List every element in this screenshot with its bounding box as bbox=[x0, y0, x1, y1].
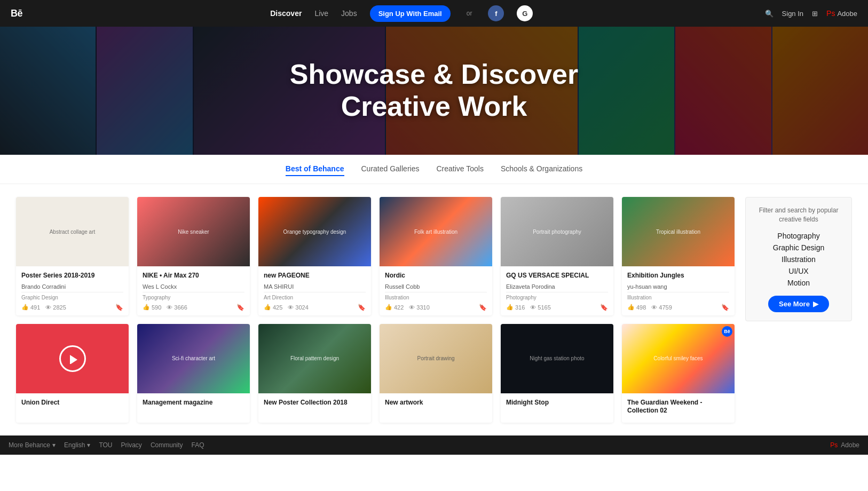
tab-creative-tools[interactable]: Creative Tools bbox=[436, 164, 483, 176]
signin-link[interactable]: Sign In bbox=[782, 10, 803, 18]
card-title-1: Poster Series 2018-2019 bbox=[21, 272, 123, 280]
sidebar-link-graphic-design[interactable]: Graphic Design bbox=[754, 243, 843, 252]
card-nike[interactable]: Nike sneaker NIKE • Air Max 270 Wes L Co… bbox=[137, 197, 250, 315]
signup-button[interactable]: Sign Up With Email bbox=[370, 5, 451, 22]
sidebar: Filter and search by popular creative fi… bbox=[745, 197, 852, 423]
or-label: or bbox=[467, 10, 472, 17]
card-category-6: Illustration bbox=[627, 295, 729, 300]
footer-tou-link[interactable]: TOU bbox=[99, 441, 112, 449]
more-behance-dropdown[interactable]: More Behance ▾ bbox=[9, 441, 56, 449]
sidebar-filter-panel: Filter and search by popular creative fi… bbox=[745, 197, 852, 321]
sidebar-link-photography[interactable]: Photography bbox=[754, 232, 843, 240]
tab-schools-organizations[interactable]: Schools & Organizations bbox=[501, 164, 582, 176]
footer-community-link[interactable]: Community bbox=[151, 441, 183, 449]
card-author-3: MA SHIRUI bbox=[264, 283, 366, 290]
card-title-12: The Guardian Weekend - Collection 02 bbox=[627, 399, 729, 415]
card-new-artwork[interactable]: Portrait drawing New artwork bbox=[380, 324, 492, 423]
card-image-10: Portrait drawing bbox=[380, 324, 492, 393]
language-label: English bbox=[64, 441, 85, 449]
card-author-2: Wes L Cockx bbox=[143, 283, 244, 290]
see-more-button[interactable]: See More ▶ bbox=[768, 296, 829, 312]
card-poster-series[interactable]: Abstract collage art Poster Series 2018-… bbox=[16, 197, 129, 315]
card-author-6: yu-hsuan wang bbox=[627, 283, 729, 290]
card-title-6: Exhibition Jungles bbox=[627, 272, 729, 280]
sidebar-link-uiux[interactable]: UI/UX bbox=[754, 267, 843, 275]
see-more-label: See More bbox=[779, 300, 810, 308]
card-category-4: Illustration bbox=[385, 295, 487, 300]
card-image-9: Floral pattern design bbox=[258, 324, 371, 393]
card-title-11: Midnight Stop bbox=[506, 399, 608, 407]
card-title-10: New artwork bbox=[385, 399, 487, 407]
bookmark-icon-3[interactable]: 🔖 bbox=[358, 304, 366, 311]
card-author-1: Brando Corradini bbox=[21, 283, 123, 290]
adobe-icon: Ps bbox=[826, 9, 835, 18]
google-login-button[interactable]: G bbox=[517, 5, 533, 21]
card-image-11: Night gas station photo bbox=[501, 324, 613, 393]
bookmark-icon-5[interactable]: 🔖 bbox=[600, 304, 608, 311]
card-title-8: Management magazine bbox=[143, 399, 244, 407]
bookmark-icon-2[interactable]: 🔖 bbox=[236, 304, 244, 311]
footer-faq-link[interactable]: FAQ bbox=[192, 441, 204, 449]
play-icon bbox=[59, 345, 86, 372]
card-title-3: new PAGEONE bbox=[264, 272, 366, 280]
card-title-4: Nordic bbox=[385, 272, 487, 280]
footer-left: More Behance ▾ English ▾ TOU Privacy Com… bbox=[9, 441, 204, 449]
grid-row-1: Abstract collage art Poster Series 2018-… bbox=[16, 197, 735, 315]
sidebar-links: Photography Graphic Design Illustration … bbox=[754, 232, 843, 287]
card-category-5: Photography bbox=[506, 295, 608, 300]
card-pageone[interactable]: Orange typography design new PAGEONE MA … bbox=[258, 197, 371, 315]
card-image-8: Sci-fi character art bbox=[137, 324, 250, 393]
adobe-logo: Ps Adobe bbox=[826, 9, 857, 18]
tabs-bar: Best of Behance Curated Galleries Creati… bbox=[0, 155, 868, 184]
sidebar-link-illustration[interactable]: Illustration bbox=[754, 255, 843, 264]
hero-title-line1: Showcase & Discover bbox=[290, 59, 578, 91]
footer: More Behance ▾ English ▾ TOU Privacy Com… bbox=[0, 435, 868, 455]
adobe-footer-icon: Ps bbox=[830, 441, 838, 449]
logo[interactable]: Bē bbox=[11, 8, 22, 19]
grid-icon[interactable]: ⊞ bbox=[812, 10, 818, 18]
facebook-login-button[interactable]: f bbox=[488, 5, 504, 21]
card-exhibition-jungles[interactable]: Tropical illustration Exhibition Jungles… bbox=[622, 197, 735, 315]
navbar-right: 🔍 Sign In ⊞ Ps Adobe bbox=[765, 9, 857, 18]
card-new-poster-collection[interactable]: Floral pattern design New Poster Collect… bbox=[258, 324, 371, 423]
tab-best-of-behance[interactable]: Best of Behance bbox=[286, 164, 344, 176]
footer-right: Ps Adobe bbox=[830, 441, 859, 449]
language-chevron-icon: ▾ bbox=[87, 441, 90, 449]
card-category-2: Typography bbox=[143, 295, 244, 300]
more-behance-label: More Behance bbox=[9, 441, 50, 449]
card-guardian-weekend[interactable]: Colorful smiley faces Bē The Guardian We… bbox=[622, 324, 735, 423]
bookmark-icon-1[interactable]: 🔖 bbox=[115, 304, 123, 311]
hero-section: Showcase & Discover Creative Work bbox=[0, 27, 868, 155]
card-management-magazine[interactable]: Sci-fi character art Management magazine bbox=[137, 324, 250, 423]
nav-live[interactable]: Live bbox=[314, 9, 328, 18]
language-dropdown[interactable]: English ▾ bbox=[64, 441, 90, 449]
card-image-3: Orange typography design bbox=[258, 197, 371, 266]
main-content: Abstract collage art Poster Series 2018-… bbox=[0, 184, 868, 435]
hero-text: Showcase & Discover Creative Work bbox=[290, 59, 578, 123]
card-image-6: Tropical illustration bbox=[622, 197, 735, 266]
nav-discover[interactable]: Discover bbox=[270, 9, 302, 18]
nav-jobs[interactable]: Jobs bbox=[341, 9, 357, 18]
card-gq-versace[interactable]: Portrait photography GQ US VERSACE SPECI… bbox=[501, 197, 613, 315]
card-image-4: Folk art illustration bbox=[380, 197, 492, 266]
footer-privacy-link[interactable]: Privacy bbox=[121, 441, 142, 449]
tab-curated-galleries[interactable]: Curated Galleries bbox=[361, 164, 420, 176]
search-icon[interactable]: 🔍 bbox=[765, 10, 774, 18]
footer-adobe-label: Adobe bbox=[841, 441, 859, 449]
card-union-direct[interactable]: Union Direct bbox=[16, 324, 129, 423]
card-title-2: NIKE • Air Max 270 bbox=[143, 272, 244, 280]
card-author-5: Elizaveta Porodina bbox=[506, 283, 608, 290]
card-category-3: Art Direction bbox=[264, 295, 366, 300]
card-image-2: Nike sneaker bbox=[137, 197, 250, 266]
sidebar-filter-title: Filter and search by popular creative fi… bbox=[754, 206, 843, 224]
card-image-1: Abstract collage art bbox=[16, 197, 129, 266]
card-nordic[interactable]: Folk art illustration Nordic Russell Cob… bbox=[380, 197, 492, 315]
nav-links: Discover Live Jobs Sign Up With Email or… bbox=[38, 5, 765, 22]
sidebar-link-motion[interactable]: Motion bbox=[754, 279, 843, 287]
chevron-down-icon: ▾ bbox=[52, 441, 56, 449]
card-category-1: Graphic Design bbox=[21, 295, 123, 300]
hero-title-line2: Creative Work bbox=[290, 91, 578, 123]
bookmark-icon-6[interactable]: 🔖 bbox=[721, 304, 729, 311]
card-midnight-stop[interactable]: Night gas station photo Midnight Stop bbox=[501, 324, 613, 423]
bookmark-icon-4[interactable]: 🔖 bbox=[479, 304, 487, 311]
